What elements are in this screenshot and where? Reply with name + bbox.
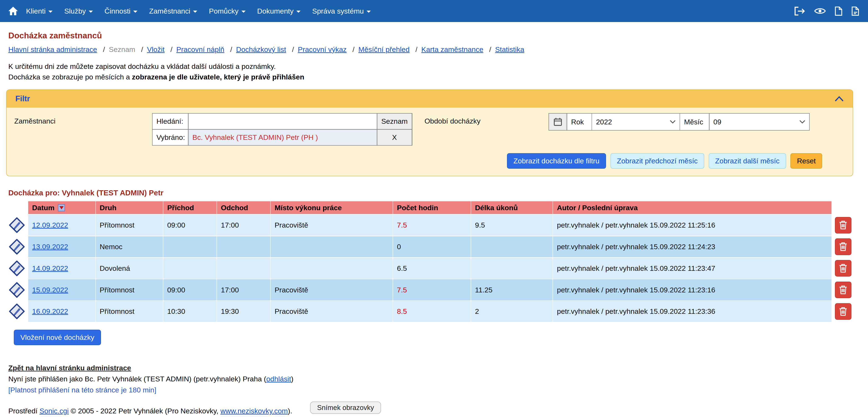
type-cell: Dovolená [96,258,163,279]
edit-attendance-icon[interactable] [8,260,26,277]
date-link[interactable]: 16.09.2022 [32,307,68,315]
calendar-icon[interactable] [549,113,567,130]
next-month-button[interactable]: Zobrazit další měsíc [709,153,786,169]
show-attendance-button[interactable]: Zobrazit docházku dle filtru [507,153,606,169]
duration-cell: 11.25 [471,279,553,300]
date-cell: 15.09.2022 [28,279,96,300]
departure-cell: 19:30 [217,301,271,322]
delete-row-button[interactable] [835,303,851,320]
menu-item[interactable]: Činnosti [104,7,138,15]
date-link[interactable]: 12.09.2022 [32,221,68,229]
menu-item[interactable]: Klienti [26,7,53,15]
edit-attendance-icon[interactable] [8,238,26,255]
breadcrumb-link[interactable]: Pracovní náplň [176,45,224,54]
breadcrumb-link[interactable]: Statistika [495,45,524,54]
type-cell: Nemoc [96,236,163,257]
sonic-link[interactable]: Sonic.cgi [39,407,69,415]
period-filter-group: Rok 2022 Měsíc 09 [549,113,810,131]
author-cell: petr.vyhnalek / petr.vyhnalek 15.09.2022… [553,215,832,236]
logout-link[interactable]: odhlásit [266,375,291,383]
column-header-datum: Datum [28,201,96,214]
breadcrumb-link[interactable]: Docházkový list [236,45,286,54]
date-link[interactable]: 15.09.2022 [32,286,68,294]
filter-header[interactable]: Filtr [7,90,853,108]
trash-icon [839,307,847,316]
back-to-admin-link[interactable]: Zpět na hlavní stránku administrace [8,364,131,372]
collapse-chevron-up-icon[interactable] [835,96,844,102]
delete-row-button[interactable] [835,238,851,255]
column-header-misto: Místo výkonu práce [271,201,393,214]
chevron-down-icon [799,120,805,124]
document-save-icon[interactable] [851,6,859,16]
date-link[interactable]: 13.09.2022 [32,243,68,251]
screenshot-tooltip: Snímek obrazovky [310,402,381,414]
attendance-row-cells: 15.09.2022 Přítomnost 09:00 17:00 Pracov… [28,279,832,300]
intro-text: K určitému dni zde můžete zapisovat doch… [8,61,868,82]
menu-item[interactable]: Pomůcky [209,7,246,15]
departure-cell [217,236,271,257]
menu-item-label: Dokumenty [257,7,293,15]
duration-cell [471,258,553,279]
breadcrumb-link[interactable]: Karta zaměstnance [421,45,483,54]
arrival-cell [163,236,217,257]
sort-desc-icon[interactable] [58,204,65,211]
environment-prefix: Prostředí [8,407,39,415]
environment-copyright: © 2005 - 2022 Petr Vyhnálek (Pro Nezisko… [69,407,220,415]
breadcrumb-link[interactable]: Měsíční přehled [358,45,409,54]
login-info-text: Nyní jste přihlášen jako Bc. Petr Vyhnál… [8,375,266,383]
breadcrumb-link[interactable]: Hlavní stránka administrace [8,45,97,54]
prev-month-button[interactable]: Zobrazit předchozí měsíc [611,153,704,169]
menu-item-label: Zaměstnanci [149,7,190,15]
remove-selected-button[interactable]: X [377,130,412,145]
document-icon[interactable] [834,6,842,16]
author-cell: petr.vyhnalek / petr.vyhnalek 15.09.2022… [553,236,832,257]
delete-row-button[interactable] [835,260,851,277]
edit-attendance-icon[interactable] [8,303,26,320]
chevron-down-icon [367,10,371,13]
intro-line-2-normal: Docházka se zobrazuje po měsících a [8,73,132,81]
login-info-suffix: ) [291,375,293,383]
login-info-line: Nyní jste přihlášen jako Bc. Petr Vyhnál… [8,374,868,384]
year-select[interactable]: 2022 [592,113,679,130]
arrival-cell: 09:00 [163,215,217,236]
menu-item[interactable]: Dokumenty [257,7,301,15]
breadcrumb-link[interactable]: Vložit [147,45,165,54]
breadcrumb-item: Docházkový list [226,45,286,54]
filter-buttons: Zobrazit docházku dle filtru Zobrazit př… [14,153,845,169]
attendance-row-cells: 13.09.2022 Nemoc 0 petr.vyhnalek / petr.… [28,236,832,257]
edit-attendance-icon[interactable] [8,281,26,299]
eye-icon[interactable] [814,7,826,15]
month-select[interactable]: 09 [710,113,809,130]
breadcrumb-link[interactable]: Pracovní výkaz [298,45,347,54]
insert-attendance-button[interactable]: Vložení nové docházky [14,330,101,345]
table-row: 14.09.2022 Dovolená 6.5 petr.vyhnalek / … [8,258,868,279]
menu-item[interactable]: Zaměstnanci [149,7,197,15]
hours-cell: 0 [393,236,471,257]
neziskovky-link[interactable]: www.neziskovky.com [220,407,288,415]
trash-icon [839,264,847,273]
place-cell: Pracoviště [271,279,393,300]
edit-attendance-icon[interactable] [8,216,26,234]
place-cell: Pracoviště [271,301,393,322]
reset-button[interactable]: Reset [790,153,822,169]
delete-row-button[interactable] [835,282,851,298]
row-icon-cell [8,281,28,299]
delete-row-button[interactable] [835,217,851,234]
place-cell [271,236,393,257]
date-cell: 16.09.2022 [28,301,96,322]
breadcrumb-item: Hlavní stránka administrace [8,45,97,54]
menu-item[interactable]: Služby [64,7,93,15]
logout-icon[interactable] [794,6,806,16]
selected-label: Vybráno: [153,130,188,145]
date-link[interactable]: 14.09.2022 [32,264,68,273]
selected-employee-value: Bc. Vyhnalek (TEST ADMIN) Petr (PH ) [189,130,377,145]
column-header-odchod: Odchod [217,201,271,214]
top-navbar: Klienti Služby Činnosti Zaměstnanci Pomů… [0,0,868,22]
chevron-down-icon [670,120,676,124]
table-row: 16.09.2022 Přítomnost 10:30 19:30 Pracov… [8,301,868,322]
menu-item[interactable]: Správa systému [312,7,371,15]
departure-cell [217,258,271,279]
home-icon[interactable] [8,6,19,16]
search-input[interactable] [189,113,377,129]
list-button[interactable]: Seznam [377,113,412,129]
